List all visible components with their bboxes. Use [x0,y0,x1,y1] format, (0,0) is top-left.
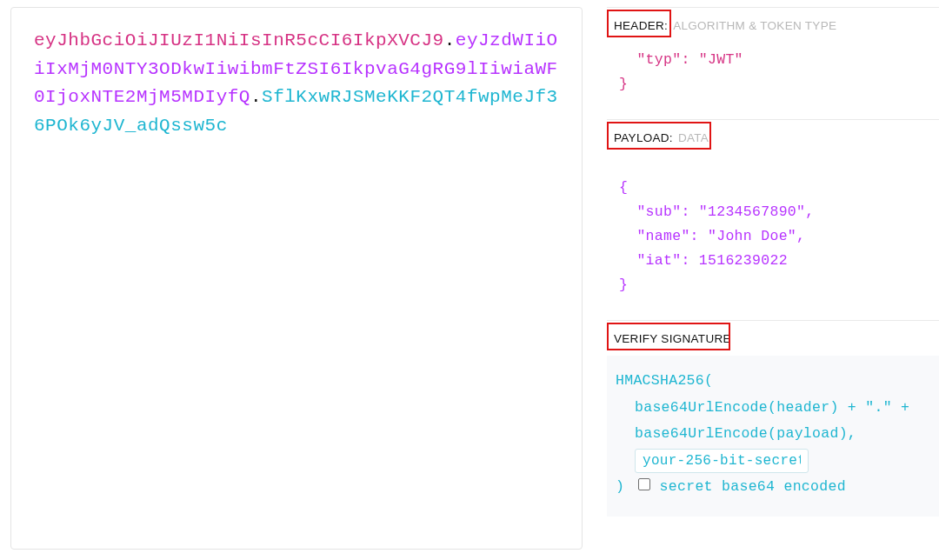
payload-section-subtitle: DATA [678,131,709,144]
header-json-body[interactable]: "typ": "JWT" } [607,43,939,119]
token-header-segment: eyJhbGciOiJIUzI1NiIsInR5cCI6IkpXVCJ9 [34,30,444,50]
encoded-token-panel[interactable]: eyJhbGciOiJIUzI1NiIsInR5cCI6IkpXVCJ9.eyJ… [10,7,583,550]
signature-section-title: VERIFY SIGNATURE [614,332,731,345]
header-section: HEADER: ALGORITHM & TOKEN TYPE "typ": "J… [607,8,939,120]
secret-base64-checkbox[interactable] [638,478,650,490]
header-section-bar: HEADER: ALGORITHM & TOKEN TYPE [607,8,939,43]
signature-fn-close: ) [616,478,624,495]
signature-line-1: base64UrlEncode(header) + "." + [616,395,930,422]
signature-line-2: base64UrlEncode(payload), [616,421,930,448]
payload-section-title: PAYLOAD: [614,131,673,144]
signature-section: VERIFY SIGNATURE HMACSHA256( base64UrlEn… [607,321,939,517]
token-dot-2: . [250,87,262,107]
payload-json-body[interactable]: { "sub": "1234567890", "name": "John Doe… [607,155,939,320]
header-section-subtitle: ALGORITHM & TOKEN TYPE [673,19,836,32]
payload-section-bar: PAYLOAD: DATA [607,120,939,155]
header-section-title: HEADER: [614,19,668,32]
signature-close-row: ) secret base64 encoded [616,474,930,501]
signature-body: HMACSHA256( base64UrlEncode(header) + ".… [607,356,939,517]
signature-section-bar: VERIFY SIGNATURE [607,321,939,356]
decoded-panel: HEADER: ALGORITHM & TOKEN TYPE "typ": "J… [607,7,939,553]
signature-fn-open: HMACSHA256( [616,368,930,395]
secret-input[interactable] [635,449,809,473]
payload-section: PAYLOAD: DATA { "sub": "1234567890", "na… [607,120,939,321]
token-dot-1: . [444,30,456,50]
signature-secret-row [616,448,930,475]
secret-base64-label: secret base64 encoded [660,478,846,495]
